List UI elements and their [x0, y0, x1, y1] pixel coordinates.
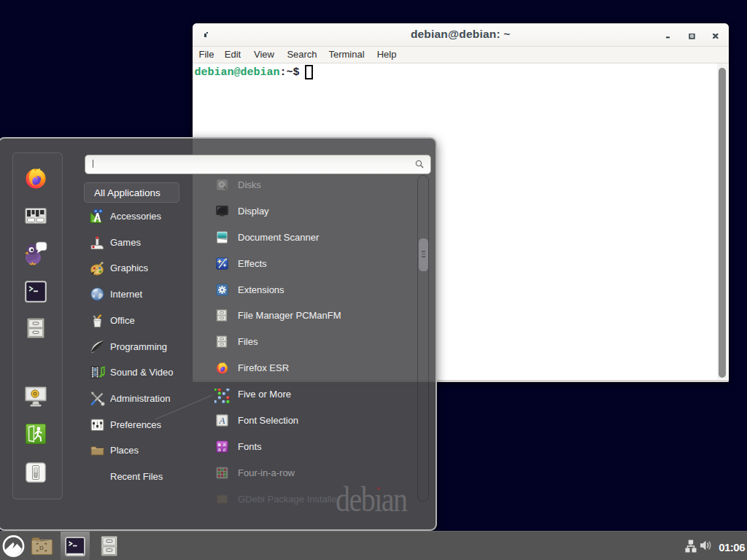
svg-text:a: a [223, 446, 226, 453]
svg-text:A: A [219, 415, 225, 426]
svg-text:D: D [39, 545, 44, 551]
